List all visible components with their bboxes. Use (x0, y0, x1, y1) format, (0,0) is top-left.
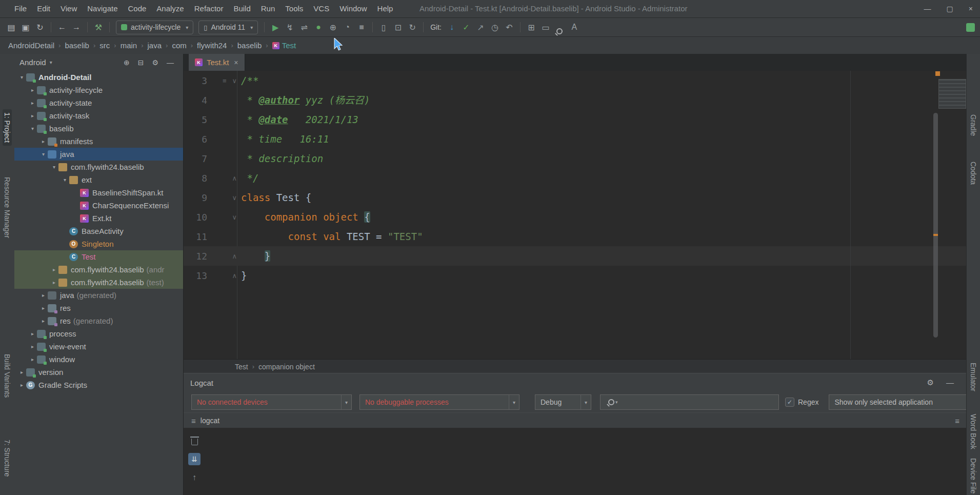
breadcrumb-androiddetail[interactable]: AndroidDetail (8, 41, 54, 50)
back-icon[interactable]: ← (55, 23, 69, 32)
tool-window-button-resource-manager[interactable]: Resource Manager (3, 177, 11, 238)
tree-node-ext-kt[interactable]: KExt.kt (14, 212, 183, 225)
tree-node-view-event[interactable]: ▸view-event (14, 340, 183, 353)
fold-down-icon[interactable]: ∨ (232, 213, 237, 221)
tree-node-charsequenceextensi[interactable]: KCharSequenceExtensi (14, 199, 183, 212)
process-filter-select[interactable]: No debuggable processes ▾ (359, 394, 519, 410)
tree-node-window[interactable]: ▸window (14, 353, 183, 366)
device-manager-icon[interactable]: ▯ (376, 23, 391, 32)
editor-breadcrumb-test[interactable]: Test (235, 363, 248, 371)
settings-gear-icon[interactable]: ⚙ (152, 58, 158, 67)
fold-down-icon[interactable]: ∨ (232, 77, 237, 85)
tree-node-baselineshiftspan-kt[interactable]: KBaselineShiftSpan.kt (14, 186, 183, 199)
fold-down-icon[interactable]: ∨ (232, 194, 237, 202)
tree-node-java-generated[interactable]: ▸java(generated) (14, 289, 183, 302)
clear-logcat-icon[interactable] (191, 439, 198, 445)
tree-node-baselib[interactable]: ▾baselib (14, 122, 183, 135)
app-filter-select[interactable]: Show only selected application ▾ (829, 394, 980, 410)
project-view-select[interactable]: Android ▾ (19, 58, 52, 67)
code-line-10[interactable]: 10∨ companion object { (184, 207, 967, 227)
tree-node-manifests[interactable]: ▸manifests (14, 135, 183, 148)
breadcrumb-test[interactable]: KTest (272, 41, 296, 50)
code-line-3[interactable]: 3≡∨/** (184, 71, 967, 90)
breadcrumb-java[interactable]: java (148, 41, 162, 50)
tree-node-version[interactable]: ▸version (14, 366, 183, 379)
menu-edit[interactable]: Edit (32, 0, 55, 17)
close-button[interactable]: × (969, 0, 973, 17)
tree-node-activity-task[interactable]: ▸activity-task (14, 109, 183, 122)
breadcrumb-flywith24[interactable]: flywith24 (197, 41, 227, 50)
minimize-button[interactable]: — (924, 0, 931, 17)
menu-run[interactable]: Run (256, 0, 281, 17)
code-line-7[interactable]: 7 * description (184, 149, 967, 168)
tree-node-test[interactable]: CTest (14, 250, 183, 263)
menu-file[interactable]: File (9, 0, 32, 17)
code-line-11[interactable]: 11 const val TEST = "TEST" (184, 227, 967, 246)
tool-window-button-device-file-explorer[interactable]: Device File Explorer (969, 458, 977, 495)
scroll-to-end-icon[interactable]: ⇊ (188, 453, 201, 465)
git-commit-icon[interactable]: ✓ (459, 23, 473, 32)
open-icon[interactable]: ▤ (4, 23, 18, 32)
forward-icon[interactable]: → (69, 23, 84, 32)
locate-file-icon[interactable]: ⊕ (124, 58, 130, 67)
tree-node-com-flywith24-baselib-test[interactable]: ▸com.flywith24.baselib(test) (14, 276, 183, 289)
apply-code-changes-icon[interactable]: ⇌ (297, 23, 311, 32)
menu-tools[interactable]: Tools (280, 0, 308, 17)
stop-icon[interactable]: ■ (354, 23, 369, 32)
fold-up-icon[interactable]: ∧ (232, 174, 237, 182)
sync-project-icon[interactable]: ↻ (405, 23, 419, 32)
menu-code[interactable]: Code (123, 0, 151, 17)
code-editor[interactable]: 3≡∨/**4 * @author yyz (杨云召)5 * @date 202… (184, 71, 967, 359)
editor-scrollbar[interactable] (933, 113, 938, 338)
tree-node-activity-lifecycle[interactable]: ▸activity-lifecycle (14, 84, 183, 96)
structure-icon[interactable]: ≡ (223, 77, 227, 85)
tool-window-button-emulator[interactable]: Emulator (969, 363, 977, 391)
build-hammer-icon[interactable]: ⚒ (91, 23, 106, 32)
tool-window-button-7-structure[interactable]: 7: Structure (3, 440, 11, 477)
logcat-columns-icon[interactable]: ≡ (955, 417, 959, 425)
code-line-9[interactable]: 9∨class Test { (184, 188, 967, 207)
scroll-up-icon[interactable]: ↑ (192, 473, 196, 482)
menu-window[interactable]: Window (334, 0, 372, 17)
tree-node-com-flywith24-baselib-andr[interactable]: ▸com.flywith24.baselib(andr (14, 263, 183, 276)
run-config-select[interactable]: activity-lifecycle▾ (116, 21, 193, 34)
device-filter-select[interactable]: No connected devices ▾ (191, 394, 352, 410)
breadcrumb-baselib[interactable]: baselib (65, 41, 89, 50)
menu-build[interactable]: Build (228, 0, 255, 17)
editor-breadcrumb-companion-object[interactable]: companion object (258, 363, 315, 371)
tree-node-activity-state[interactable]: ▸activity-state (14, 96, 183, 109)
log-level-select[interactable]: Debug ▾ (535, 394, 591, 410)
tree-node-android-detail[interactable]: ▾Android-Detail (14, 71, 183, 84)
layout-editor-icon[interactable]: ▭ (538, 23, 553, 32)
git-push-icon[interactable]: ↗ (473, 23, 488, 32)
save-all-icon[interactable]: ▣ (18, 23, 33, 32)
layout-inspector-icon[interactable]: ⊡ (391, 23, 405, 32)
attach-debugger-icon[interactable]: ⊕ (326, 23, 340, 32)
tree-node-process[interactable]: ▸process (14, 327, 183, 340)
menu-view[interactable]: View (55, 0, 82, 17)
code-line-13[interactable]: 13∧} (184, 266, 967, 285)
menu-vcs[interactable]: VCS (308, 0, 334, 17)
breadcrumb-baselib[interactable]: baselib (237, 41, 262, 50)
maximize-button[interactable]: ▢ (947, 0, 953, 17)
menu-navigate[interactable]: Navigate (82, 0, 123, 17)
tree-node-res-generated[interactable]: ▸res(generated) (14, 314, 183, 327)
menu-help[interactable]: Help (372, 0, 398, 17)
fold-up-icon[interactable]: ∧ (232, 272, 237, 280)
collapse-all-icon[interactable]: ⊟ (138, 58, 144, 67)
tree-node-com-flywith24-baselib[interactable]: ▾com.flywith24.baselib (14, 161, 183, 173)
breadcrumb-main[interactable]: main (121, 41, 137, 50)
notifications-icon[interactable] (966, 23, 975, 32)
tree-node-singleton[interactable]: OSingleton (14, 237, 183, 250)
git-history-icon[interactable]: ◷ (488, 23, 502, 32)
tool-window-button-word-book[interactable]: Word Book (969, 414, 977, 449)
logcat-settings-gear-icon[interactable]: ⚙ (927, 378, 934, 387)
tool-window-button-build-variants[interactable]: Build Variants (3, 354, 11, 398)
logcat-search-input[interactable]: ▾ (600, 394, 779, 410)
code-line-5[interactable]: 5 * @date 2021/1/13 (184, 110, 967, 129)
hide-panel-icon[interactable]: — (167, 58, 174, 67)
tree-node-java[interactable]: ▾java (14, 148, 183, 161)
menu-refactor[interactable]: Refactor (189, 0, 229, 17)
breadcrumb-com[interactable]: com (172, 41, 186, 50)
logcat-output[interactable]: ⇊ ↑ (184, 428, 967, 495)
